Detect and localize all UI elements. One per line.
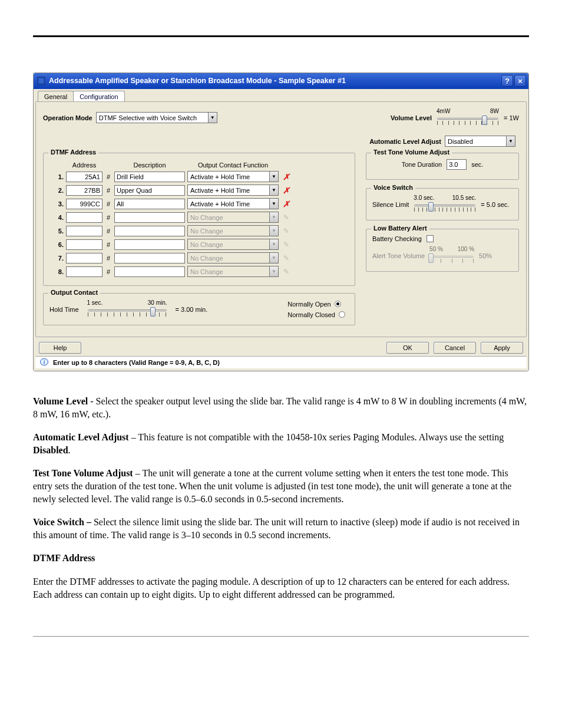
dtmf-address-input[interactable] xyxy=(66,212,103,223)
hold-time-min: 1 sec. xyxy=(87,299,103,306)
dtmf-output-value: No Change xyxy=(190,268,223,275)
p1b: - Select the speaker output level using … xyxy=(33,396,527,419)
col-description: Description xyxy=(114,162,185,169)
delete-row-icon[interactable]: ✗ xyxy=(281,185,292,196)
dtmf-description-input[interactable] xyxy=(114,239,185,250)
chevron-down-icon: ▼ xyxy=(208,113,217,123)
dtmf-description-input[interactable] xyxy=(114,253,185,263)
dtmf-row: 3.#Activate + Hold Time▼✗ xyxy=(49,198,349,209)
status-infobar: i Enter up to 8 characters (Valid Range … xyxy=(35,356,527,368)
silence-limit-max: 10.5 sec. xyxy=(452,195,477,201)
dtmf-description-input[interactable] xyxy=(114,185,185,196)
tab-configuration[interactable]: Configuration xyxy=(73,91,124,102)
help-button[interactable]: Help xyxy=(39,342,81,354)
dtmf-address-input[interactable] xyxy=(66,185,103,196)
alert-tone-label: Alert Tone Volume xyxy=(372,252,425,259)
edit-row-icon: ✎ xyxy=(281,226,292,236)
dtmf-address-input[interactable] xyxy=(66,239,103,250)
radio-icon xyxy=(335,301,341,307)
edit-row-icon: ✎ xyxy=(281,239,292,250)
dtmf-row-index: 4. xyxy=(53,214,64,221)
normally-closed-label: Normally Closed xyxy=(287,311,335,318)
hold-time-slider[interactable] xyxy=(86,306,168,319)
b-volume-level: Volume Level xyxy=(33,396,88,406)
alert-tone-min: 50 % xyxy=(429,246,443,252)
dtmf-description-input[interactable] xyxy=(114,199,185,209)
dtmf-row: 2.#Activate + Hold Time▼✗ xyxy=(49,185,349,196)
volume-slider[interactable] xyxy=(435,114,500,127)
page-rule-top xyxy=(33,35,529,37)
tab-general[interactable]: General xyxy=(38,91,74,102)
dtmf-address-input[interactable] xyxy=(66,199,103,209)
silence-limit-slider[interactable] xyxy=(412,201,477,214)
silence-limit-label: Silence Limit xyxy=(372,201,409,208)
dtmf-output-select[interactable]: Activate + Hold Time▼ xyxy=(187,171,279,182)
operation-mode-select[interactable]: DTMF Selective with Voice Switch ▼ xyxy=(96,112,217,123)
chevron-down-icon: ▼ xyxy=(269,212,278,222)
b-dtmf: DTMF Address xyxy=(33,553,95,563)
edit-row-icon: ✎ xyxy=(281,212,292,223)
normally-closed-option[interactable]: Normally Closed xyxy=(287,311,345,318)
dtmf-address-input[interactable] xyxy=(66,226,103,236)
document-body: Volume Level - Select the speaker output… xyxy=(33,395,529,601)
normally-open-option[interactable]: Normally Open xyxy=(287,301,345,308)
b-disabled: Disabled xyxy=(33,445,68,455)
dtmf-row-index: 2. xyxy=(53,187,64,194)
low-battery-title: Low Battery Alert xyxy=(371,225,429,232)
output-contact-title: Output Contact xyxy=(48,289,100,296)
col-address: Address xyxy=(66,162,103,169)
automatic-level-adjust-value: Disabled xyxy=(448,138,473,145)
info-icon: i xyxy=(39,358,49,367)
radio-icon xyxy=(339,311,345,318)
dtmf-description-input[interactable] xyxy=(114,266,185,277)
tone-duration-label: Tone Duration xyxy=(402,161,442,168)
dtmf-output-value: Activate + Hold Time xyxy=(190,173,250,180)
close-button-icon[interactable]: × xyxy=(514,75,526,87)
alert-tone-max: 100 % xyxy=(458,246,474,252)
dtmf-group-title: DTMF Address xyxy=(48,149,98,156)
dtmf-address-input[interactable] xyxy=(66,172,103,182)
battery-checking-checkbox[interactable] xyxy=(427,235,434,242)
col-output: Output Contact Function xyxy=(187,162,279,169)
b-test-tone: Test Tone Volume Adjust xyxy=(33,468,133,478)
dtmf-address-input[interactable] xyxy=(66,266,103,277)
dtmf-output-value: No Change xyxy=(190,255,223,262)
hash-label: # xyxy=(105,173,112,180)
cancel-button[interactable]: Cancel xyxy=(434,342,476,354)
dtmf-output-select: No Change▼ xyxy=(187,212,279,223)
dtmf-row-index: 5. xyxy=(53,228,64,235)
b-voice-switch: Voice Switch – xyxy=(33,517,94,527)
output-contact-group: Output Contact Hold Time 1 sec. 30 min. xyxy=(43,293,355,325)
ok-button[interactable]: OK xyxy=(386,342,429,354)
dtmf-row: 5.#No Change▼✎ xyxy=(49,225,349,236)
help-button-icon[interactable]: ? xyxy=(501,75,513,87)
delete-row-icon[interactable]: ✗ xyxy=(281,199,292,209)
p2d: . xyxy=(68,445,71,455)
app-icon xyxy=(37,77,45,85)
dtmf-description-input[interactable] xyxy=(114,172,185,182)
dtmf-description-input[interactable] xyxy=(114,212,185,223)
dtmf-output-select[interactable]: Activate + Hold Time▼ xyxy=(187,185,279,196)
dtmf-output-select: No Change▼ xyxy=(187,266,279,277)
dtmf-description-input[interactable] xyxy=(114,226,185,236)
dtmf-output-select: No Change▼ xyxy=(187,252,279,263)
dtmf-row: 4.#No Change▼✎ xyxy=(49,212,349,223)
volume-slider-max: 8W xyxy=(490,108,499,114)
dtmf-output-select[interactable]: Activate + Hold Time▼ xyxy=(187,198,279,209)
battery-checking-label: Battery Checking xyxy=(372,235,422,242)
delete-row-icon[interactable]: ✗ xyxy=(281,172,292,182)
hash-label: # xyxy=(105,187,112,194)
automatic-level-adjust-select[interactable]: Disabled ▼ xyxy=(445,136,515,147)
chevron-down-icon: ▼ xyxy=(269,185,278,195)
titlebar: Addressable Amplified Speaker or Stanchi… xyxy=(34,73,528,89)
chevron-down-icon: ▼ xyxy=(269,253,278,263)
apply-button[interactable]: Apply xyxy=(481,342,523,354)
dtmf-address-input[interactable] xyxy=(66,253,103,263)
hold-time-value: = 3.00 min. xyxy=(176,306,208,313)
hash-label: # xyxy=(105,228,112,235)
silence-limit-value: = 5.0 sec. xyxy=(481,201,509,208)
hold-time-label: Hold Time xyxy=(49,306,79,313)
p2b: – This feature is not compatible with th… xyxy=(129,432,504,442)
tone-duration-input[interactable] xyxy=(447,159,467,170)
chevron-down-icon: ▼ xyxy=(269,239,278,249)
